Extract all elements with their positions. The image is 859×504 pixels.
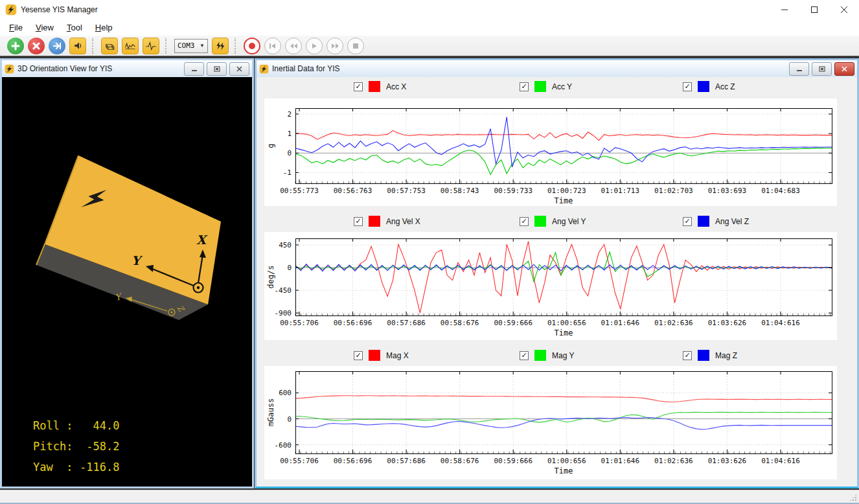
pose-data-view-button[interactable] <box>143 38 159 54</box>
restore-icon <box>819 66 825 72</box>
menu-item-view[interactable]: View <box>29 21 60 34</box>
x-tick-label: 00:56:763 <box>334 187 372 195</box>
series-color-swatch <box>698 350 709 361</box>
y-tick-label: 0 <box>287 264 292 272</box>
series-label: Acc Z <box>715 82 735 91</box>
stop-button[interactable] <box>347 38 364 54</box>
legend-row-2: ✓Mag X✓Mag Y✓Mag Z <box>257 350 857 364</box>
legend-row-0: ✓Acc X✓Acc Y✓Acc Z <box>257 81 857 95</box>
inertial-data-view-button[interactable] <box>122 38 139 54</box>
x-tick-label: 01:02:703 <box>654 187 693 195</box>
x-tick-label: 01:03:626 <box>708 319 747 327</box>
mag-y-checkbox[interactable]: ✓ <box>520 351 529 360</box>
inertial-window-title-bar[interactable]: Inertial Data for YIS <box>257 60 857 77</box>
add-connection-button[interactable] <box>7 38 24 54</box>
ang-vel-x-checkbox[interactable]: ✓ <box>354 217 363 226</box>
x-tick-label: 01:00:656 <box>547 319 586 327</box>
chart-plot: 4500-450-90000:55:70600:56:69600:57:6860… <box>264 232 837 340</box>
series-label: Mag Z <box>715 351 737 360</box>
orientation-3d-view-button[interactable] <box>101 38 118 54</box>
readout-pitch: Pitch:-58.2 <box>33 440 119 453</box>
cuboid-3d-icon <box>104 41 115 51</box>
readout-yaw: Yaw :-116.8 <box>33 461 119 474</box>
x-tick-label: 01:01:713 <box>601 187 640 195</box>
remove-connection-button[interactable] <box>28 38 45 54</box>
deg-s-chart-card: 4500-450-90000:55:70600:56:69600:57:6860… <box>264 232 837 340</box>
rewind-button[interactable] <box>285 38 302 54</box>
acc-y-checkbox[interactable]: ✓ <box>520 82 529 91</box>
minimize-button[interactable] <box>770 0 799 19</box>
x-tick-label: 01:04:616 <box>761 457 800 465</box>
x-tick-label: 00:59:733 <box>494 187 533 195</box>
menu-item-tool[interactable]: Tool <box>60 21 89 34</box>
y-tick-label: -1 <box>283 168 292 177</box>
orientation-window-title-bar[interactable]: 3D Orientation View for YIS <box>2 60 252 77</box>
minimize-button[interactable] <box>184 62 204 76</box>
mag-x-line <box>295 396 832 402</box>
com-port-select[interactable]: COM3 ▼ <box>174 39 208 53</box>
acc-z-checkbox[interactable]: ✓ <box>683 82 692 91</box>
close-button[interactable] <box>229 62 249 76</box>
close-icon <box>32 42 40 50</box>
x-tick-label: 00:56:696 <box>334 319 372 327</box>
x-tick-label: 00:58:676 <box>441 319 479 327</box>
close-button[interactable] <box>829 0 859 19</box>
y-tick-label: 0 <box>287 149 292 157</box>
orientation-window-title: 3D Orientation View for YIS <box>17 64 112 73</box>
maximize-icon <box>810 6 818 14</box>
legend-item: ✓Mag X <box>354 350 409 361</box>
skip-start-button[interactable] <box>264 38 281 54</box>
series-label: Ang Vel Y <box>552 217 586 226</box>
title-bar[interactable]: Yesense YIS Manager <box>0 0 859 19</box>
y-tick-label: -900 <box>275 309 292 317</box>
minimize-icon <box>796 66 803 72</box>
minimize-button[interactable] <box>789 62 809 76</box>
series-label: Ang Vel Z <box>715 217 749 226</box>
close-button[interactable] <box>834 62 854 76</box>
ang-vel-x-line <box>295 242 832 313</box>
fast-forward-button[interactable] <box>326 38 343 54</box>
waveform-icon <box>124 41 136 51</box>
legend-item: ✓Acc Z <box>683 81 735 92</box>
x-tick-label: 01:02:636 <box>654 457 693 465</box>
y-tick-label: 0 <box>287 415 292 424</box>
window-title: Yesense YIS Manager <box>21 5 98 14</box>
menu-item-help[interactable]: Help <box>89 21 119 34</box>
x-tick-label: 00:56:696 <box>334 457 372 465</box>
refresh-ports-button[interactable] <box>212 38 229 54</box>
restore-icon <box>214 66 220 72</box>
toolbar: COM3 ▼ <box>0 36 859 56</box>
ang-vel-z-checkbox[interactable]: ✓ <box>683 217 692 226</box>
x-tick-label: 01:01:646 <box>601 319 640 327</box>
restore-button[interactable] <box>207 62 227 76</box>
inertial-data-window: Inertial Data for YIS ✓Acc X✓Acc Y✓Acc Z… <box>255 58 859 488</box>
x-tick-label: 01:00:656 <box>547 457 586 465</box>
y-tick-label: 600 <box>279 389 292 397</box>
x-tick-label: 00:58:676 <box>441 457 479 465</box>
lightning-refresh-icon <box>215 41 225 51</box>
acc-y-line <box>295 148 832 175</box>
series-label: Acc Y <box>552 82 572 91</box>
x-tick-label: 00:59:666 <box>494 319 533 327</box>
orientation-3d-canvas[interactable]: X Y Y Z Roll :44.0Pitch:-58.2Yaw :-116.8 <box>2 77 252 487</box>
x-tick-label: 00:58:743 <box>441 187 479 195</box>
menu-item-file[interactable]: File <box>3 21 29 34</box>
mag-z-checkbox[interactable]: ✓ <box>683 351 692 360</box>
y-axis-label: deg/s <box>266 265 275 288</box>
maximize-button[interactable] <box>799 0 829 19</box>
record-button[interactable] <box>244 38 260 54</box>
acc-x-checkbox[interactable]: ✓ <box>354 82 363 91</box>
series-label: Mag X <box>386 351 409 360</box>
ang-vel-y-checkbox[interactable]: ✓ <box>520 217 529 226</box>
export-button[interactable] <box>49 38 65 54</box>
x-axis-label: Time <box>555 196 573 205</box>
sound-alert-button[interactable] <box>69 38 86 54</box>
play-button[interactable] <box>306 38 323 54</box>
menu-bar: FileViewToolHelp <box>0 19 859 36</box>
mag-x-checkbox[interactable]: ✓ <box>354 351 363 360</box>
toolbar-separator <box>92 38 95 54</box>
x-tick-label: 01:04:683 <box>761 187 800 195</box>
legend-item: ✓Acc X <box>354 81 406 92</box>
legend-item: ✓Mag Z <box>683 350 737 361</box>
restore-button[interactable] <box>812 62 832 76</box>
